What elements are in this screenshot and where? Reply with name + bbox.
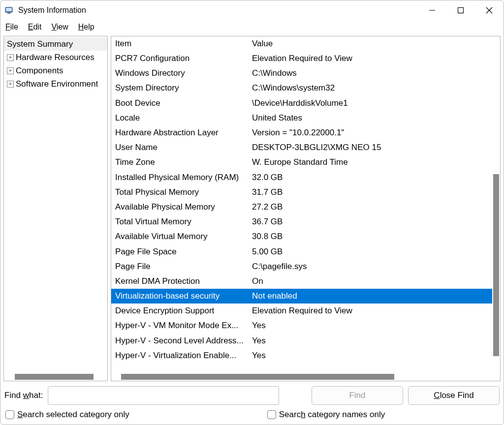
find-bar: Find what: Find Close Find Search select… [0, 383, 504, 425]
content-area: System Summary+Hardware Resources+Compon… [0, 36, 504, 383]
tree-item-label: Software Environment [16, 79, 98, 89]
details-vertical-scrollbar[interactable] [492, 36, 500, 373]
table-row[interactable]: Virtualization-based securityNot enabled [111, 289, 494, 304]
cell-value: On [251, 276, 494, 286]
menubar: File Edit View Help [0, 20, 504, 36]
category-tree[interactable]: System Summary+Hardware Resources+Compon… [4, 36, 107, 373]
table-row[interactable]: Hyper-V - VM Monitor Mode Ex...Yes [111, 318, 494, 333]
cell-item: Boot Device [111, 98, 251, 108]
cell-item: Hyper-V - Second Level Address... [111, 336, 251, 346]
tree-item-label: Components [16, 66, 63, 76]
find-button[interactable]: Find [312, 386, 403, 405]
cell-value: 31.7 GB [251, 187, 494, 197]
cell-item: Available Virtual Memory [111, 232, 251, 242]
table-row[interactable]: User NameDESKTOP-3LBGLI2\XMG NEO 15 [111, 140, 494, 155]
cell-item: Total Virtual Memory [111, 217, 251, 227]
cell-value: 5.00 GB [251, 247, 494, 257]
table-row[interactable]: Total Physical Memory31.7 GB [111, 185, 494, 200]
table-row[interactable]: Page File Space5.00 GB [111, 244, 494, 259]
minimize-button[interactable] [418, 0, 446, 20]
table-row[interactable]: LocaleUnited States [111, 111, 494, 125]
cell-value: Version = "10.0.22000.1" [251, 128, 494, 138]
details-vscroll-thumb[interactable] [493, 174, 499, 356]
table-row[interactable]: Hyper-V - Second Level Address...Yes [111, 334, 494, 348]
search-category-names-checkbox[interactable]: Search category names only [267, 410, 385, 420]
maximize-button[interactable] [446, 0, 475, 20]
tree-item[interactable]: +Hardware Resources [4, 51, 107, 64]
cell-value: 32.0 GB [251, 173, 494, 182]
close-button[interactable] [475, 0, 504, 20]
tree-horizontal-scrollbar[interactable] [4, 373, 107, 381]
expand-icon[interactable]: + [7, 81, 14, 88]
table-row[interactable]: Windows DirectoryC:\Windows [111, 66, 494, 81]
table-row[interactable]: System DirectoryC:\Windows\system32 [111, 81, 494, 95]
cell-item: Installed Physical Memory (RAM) [111, 173, 251, 182]
cell-value: United States [251, 113, 494, 123]
menu-file[interactable]: File [5, 23, 18, 31]
cell-value: 36.7 GB [251, 217, 494, 227]
cell-value: 30.8 GB [251, 232, 494, 242]
tree-item-label: Hardware Resources [16, 53, 94, 62]
table-row[interactable]: PCR7 ConfigurationElevation Required to … [111, 51, 494, 66]
titlebar: System Information [0, 0, 504, 20]
table-row[interactable]: Time ZoneW. Europe Standard Time [111, 155, 494, 170]
find-label: Find what: [4, 391, 43, 400]
tree-item[interactable]: +Software Environment [4, 77, 107, 91]
cell-value: Not enabled [251, 291, 494, 301]
menu-help[interactable]: Help [78, 23, 94, 31]
col-value[interactable]: Value [251, 39, 494, 49]
menu-view[interactable]: View [51, 23, 68, 31]
table-row[interactable]: Boot Device\Device\HarddiskVolume1 [111, 96, 494, 111]
cell-value: C:\Windows [251, 68, 494, 78]
table-row[interactable]: Kernel DMA ProtectionOn [111, 274, 494, 289]
find-input[interactable] [48, 386, 279, 405]
cell-item: Windows Directory [111, 68, 251, 78]
cell-item: Hardware Abstraction Layer [111, 128, 251, 138]
app-icon [4, 5, 14, 15]
details-table[interactable]: ItemValuePCR7 ConfigurationElevation Req… [111, 36, 494, 363]
cell-item: Available Physical Memory [111, 202, 251, 212]
table-row[interactable]: Hardware Abstraction LayerVersion = "10.… [111, 125, 494, 140]
cell-item: Kernel DMA Protection [111, 276, 251, 286]
cell-item: Total Physical Memory [111, 187, 251, 197]
cell-item: Time Zone [111, 157, 251, 167]
tree-item-label: System Summary [7, 39, 73, 49]
details-hscroll-thumb[interactable] [121, 374, 394, 380]
cell-value: Elevation Required to View [251, 306, 494, 316]
cell-item: Hyper-V - Virtualization Enable... [111, 351, 251, 361]
table-row[interactable]: Installed Physical Memory (RAM)32.0 GB [111, 170, 494, 185]
table-row[interactable]: Available Virtual Memory30.8 GB [111, 229, 494, 244]
table-header[interactable]: ItemValue [111, 36, 494, 51]
svg-rect-1 [6, 8, 12, 11]
close-find-button[interactable]: Close Find [408, 386, 500, 405]
cell-value: C:\pagefile.sys [251, 262, 494, 272]
category-tree-pane: System Summary+Hardware Resources+Compon… [3, 36, 108, 381]
tree-hscroll-thumb[interactable] [15, 374, 94, 380]
details-scroll: ItemValuePCR7 ConfigurationElevation Req… [111, 36, 500, 373]
table-row[interactable]: Available Physical Memory27.2 GB [111, 200, 494, 214]
checkbox-icon [267, 410, 276, 419]
cell-value: C:\Windows\system32 [251, 83, 494, 93]
window-controls [418, 0, 504, 20]
col-item[interactable]: Item [111, 39, 251, 49]
expand-icon[interactable]: + [7, 67, 14, 74]
cell-value: 27.2 GB [251, 202, 494, 212]
cell-item: User Name [111, 143, 251, 152]
window-title: System Information [18, 6, 86, 15]
tree-item[interactable]: System Summary [4, 37, 107, 51]
details-horizontal-scrollbar[interactable] [111, 373, 500, 381]
table-row[interactable]: Device Encryption SupportElevation Requi… [111, 304, 494, 318]
cell-item: Device Encryption Support [111, 306, 251, 316]
cell-value: Yes [251, 351, 494, 361]
search-selected-category-checkbox[interactable]: Search selected category only [5, 410, 129, 420]
tree-item[interactable]: +Components [4, 64, 107, 77]
expand-icon[interactable]: + [7, 54, 14, 61]
cell-item: Hyper-V - VM Monitor Mode Ex... [111, 321, 251, 331]
table-row[interactable]: Total Virtual Memory36.7 GB [111, 214, 494, 229]
cell-value: \Device\HarddiskVolume1 [251, 98, 494, 108]
table-row[interactable]: Page FileC:\pagefile.sys [111, 259, 494, 274]
menu-edit[interactable]: Edit [28, 23, 42, 31]
cell-item: Locale [111, 113, 251, 123]
table-row[interactable]: Hyper-V - Virtualization Enable...Yes [111, 348, 494, 363]
cell-item: System Directory [111, 83, 251, 93]
